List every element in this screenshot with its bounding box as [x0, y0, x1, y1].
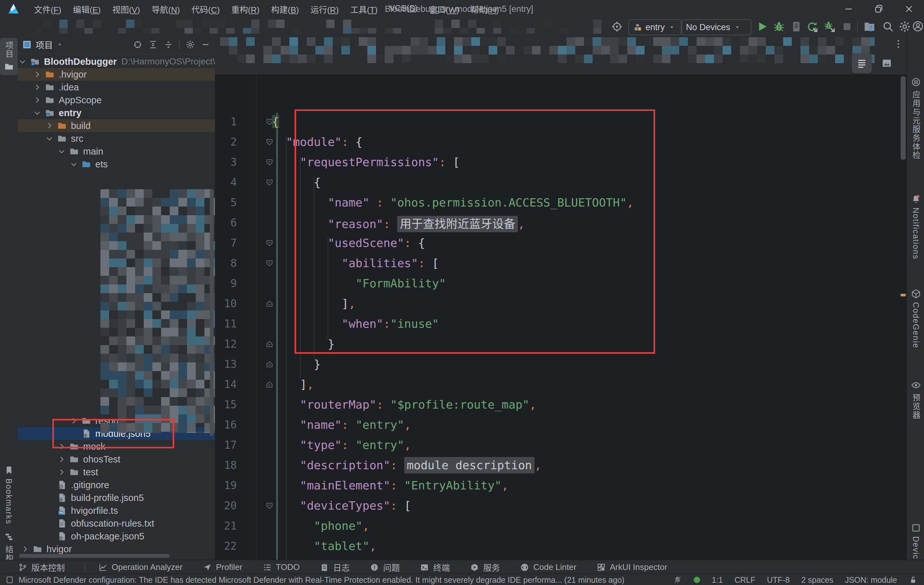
chevron-down-icon[interactable] — [56, 41, 63, 48]
text-view-button[interactable] — [852, 53, 872, 73]
chevron-right-icon[interactable] — [57, 455, 66, 464]
tool-tab-bookmarks[interactable]: Bookmarks — [0, 465, 18, 524]
minimize-button[interactable] — [833, 0, 864, 18]
code-line[interactable]: 9 "FormAbility" — [215, 273, 906, 293]
attach-debugger-button[interactable] — [790, 20, 803, 33]
menu-item[interactable]: 编辑(E) — [68, 1, 106, 17]
editor-vertical-scrollbar[interactable] — [901, 76, 906, 160]
code-area[interactable]: 1{2 "module": {3 "requestPermissions": [… — [215, 74, 906, 560]
restore-button[interactable] — [864, 0, 894, 18]
tree-row[interactable]: ohosTest — [18, 453, 215, 466]
tree-vertical-scrollbar[interactable] — [210, 189, 214, 436]
tree-row[interactable]: TShvigorfile.ts — [18, 504, 215, 517]
rerun-button[interactable] — [806, 20, 819, 33]
tree-row[interactable]: {}build-profile.json5 — [18, 491, 215, 504]
code-line[interactable]: 7 "usedScene": { — [215, 233, 906, 253]
notifications-muted-icon[interactable] — [673, 575, 682, 584]
code-line[interactable]: 8 "abilities": [ — [215, 253, 906, 273]
more-options-icon[interactable] — [893, 38, 904, 49]
file-encoding[interactable]: UTF-8 — [767, 575, 790, 585]
chevron-down-icon[interactable] — [18, 57, 27, 66]
tool-tab-eye[interactable]: 预览器 — [907, 380, 924, 420]
tree-row[interactable]: {}oh-package.json5 — [18, 530, 215, 543]
tool-window-button-grid[interactable]: ArkUI Inspector — [596, 562, 667, 572]
chevron-right-icon[interactable] — [32, 69, 42, 79]
tree-row[interactable]: AppScope — [18, 94, 215, 107]
file-type[interactable]: JSON: module — [845, 575, 897, 585]
tree-row[interactable]: .gitignore — [18, 478, 215, 491]
account-avatar-icon[interactable] — [912, 20, 924, 32]
menu-item[interactable]: 视图(V) — [107, 1, 145, 17]
collapse-all-icon[interactable] — [163, 40, 173, 49]
code-line[interactable]: 14 ], — [215, 374, 906, 394]
code-line[interactable]: 1{ — [215, 112, 906, 132]
tool-window-button-todo-list[interactable]: TODO — [262, 562, 300, 572]
menu-item[interactable]: 代码(C) — [186, 1, 225, 17]
tool-window-button-git-branch[interactable]: 版本控制 — [18, 561, 65, 573]
tree-row[interactable]: build — [18, 119, 215, 132]
tree-row[interactable]: entry — [18, 107, 215, 119]
code-line[interactable]: 10 ], — [215, 293, 906, 314]
chevron-right-icon[interactable] — [57, 442, 66, 451]
line-separator[interactable]: CRLF — [734, 575, 755, 585]
chevron-down-icon[interactable] — [57, 147, 66, 156]
code-line[interactable]: 3 "requestPermissions": [ — [215, 152, 906, 172]
code-line[interactable]: 16 "name": "entry", — [215, 415, 906, 435]
editor-pane[interactable]: 1 1 1{2 "module": {3 "requestPermissions… — [215, 35, 906, 560]
menu-item[interactable]: 导航(N) — [147, 1, 185, 17]
chevron-down-icon[interactable] — [69, 160, 79, 169]
code-line[interactable]: 12 } — [215, 334, 906, 354]
status-message-area[interactable]: Microsoft Defender configuration: The ID… — [5, 575, 673, 585]
code-line[interactable]: 21 "phone", — [215, 516, 906, 536]
indent-setting[interactable]: 2 spaces — [801, 575, 833, 585]
panel-settings-icon[interactable] — [185, 40, 195, 49]
tree-row[interactable]: BloothDebuggerD:\HarmonyOS\Project\Bloo — [18, 55, 215, 68]
stop-button[interactable] — [841, 20, 853, 33]
hide-panel-icon[interactable] — [201, 40, 210, 49]
tool-tab-app-check[interactable]: 应用与元服务体检 — [907, 77, 924, 160]
run-button[interactable] — [756, 20, 769, 33]
menu-item[interactable]: 文件(F) — [29, 1, 66, 17]
run-config-selector[interactable]: entry — [628, 19, 681, 35]
menu-item[interactable]: 工具(T) — [345, 1, 383, 17]
tree-row[interactable]: obfuscation-rules.txt — [18, 517, 215, 530]
chevron-down-icon[interactable] — [32, 108, 42, 118]
debug-button[interactable] — [772, 20, 785, 33]
tree-row[interactable]: hvigor — [18, 543, 215, 555]
tree-row[interactable]: ets — [18, 158, 215, 171]
code-line[interactable]: 17 "type": "entry", — [215, 435, 906, 455]
expand-all-icon[interactable] — [148, 40, 158, 49]
tool-window-button-services[interactable]: 服务 — [470, 561, 500, 573]
tool-tab-structure[interactable]: 结构 — [0, 532, 18, 562]
code-line[interactable]: 22 "tablet", — [215, 536, 906, 556]
chevron-right-icon[interactable] — [32, 82, 42, 92]
device-manager-icon[interactable] — [863, 20, 876, 33]
code-line[interactable]: 11 "when":"inuse" — [215, 314, 906, 334]
tool-window-button-paper-plane[interactable]: Profiler — [203, 562, 242, 572]
menu-item[interactable]: 重构(R) — [226, 1, 265, 17]
settings-gear-icon[interactable] — [898, 20, 911, 33]
tree-row[interactable]: test — [18, 466, 215, 478]
tree-row[interactable]: src — [18, 132, 215, 145]
code-line[interactable]: 18 "description": module description, — [215, 455, 906, 475]
code-line[interactable]: 4 { — [215, 172, 906, 193]
code-line[interactable]: 13 } — [215, 354, 906, 374]
tool-tab-bell-badge[interactable]: Notifications — [907, 194, 924, 259]
preview-view-button[interactable] — [877, 53, 897, 73]
caret-position[interactable]: 1:1 — [711, 575, 723, 585]
tree-row[interactable]: .idea — [18, 81, 215, 94]
tool-tab-cube[interactable]: CodeGenie — [907, 288, 924, 348]
select-opened-file-icon[interactable] — [133, 40, 142, 49]
tool-tab-project[interactable]: 项目 — [0, 38, 18, 75]
code-line[interactable]: 2 "module": { — [215, 132, 906, 152]
chevron-right-icon[interactable] — [69, 416, 79, 425]
code-line[interactable]: 5 "name" : "ohos.permission.ACCESS_BLUET… — [215, 193, 906, 213]
chevron-right-icon[interactable] — [45, 121, 54, 130]
code-line[interactable]: 23 "2in1" — [215, 556, 906, 560]
chevron-right-icon[interactable] — [20, 544, 30, 554]
tool-window-button-error-circle[interactable]: 问题 — [370, 561, 400, 573]
rerun-debug-button[interactable] — [823, 20, 836, 33]
device-selector[interactable]: No Devices — [681, 19, 751, 35]
tree-row[interactable]: .hvigor — [18, 68, 215, 81]
code-line[interactable]: 6 "reason": 用于查找附近蓝牙设备, — [215, 213, 906, 233]
